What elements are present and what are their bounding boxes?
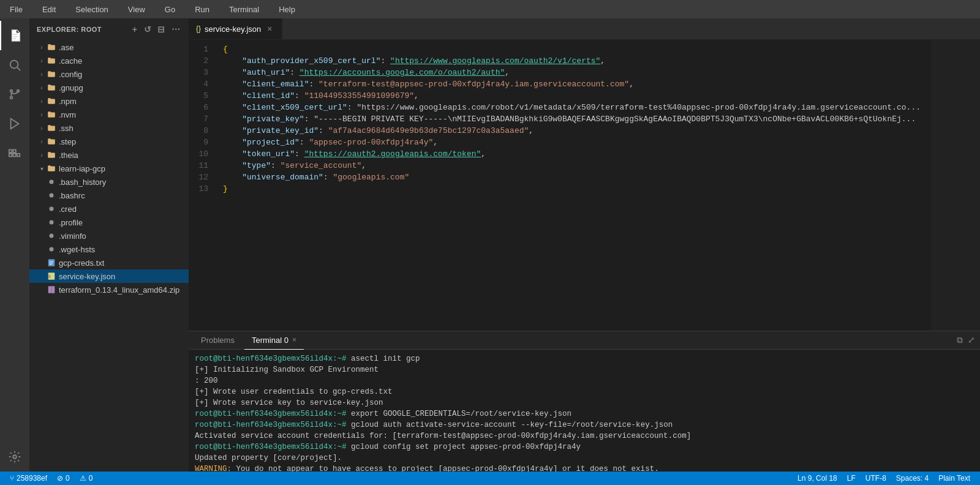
line-ending-status[interactable]: LF — [842, 472, 861, 485]
tree-item-label: .wget-hsts — [59, 245, 95, 254]
new-file-icon[interactable]: + — [131, 23, 139, 36]
tree-item--nvm[interactable]: ›.nvm — [29, 108, 189, 121]
sidebar: EXPLORER: ROOT + ↺ ⊟ ⋯ ›.ase›.cache›.con… — [29, 18, 189, 472]
app-menu-view[interactable]: View — [124, 4, 149, 15]
tree-item-service-key-json[interactable]: {}service-key.json — [29, 269, 189, 283]
refresh-icon[interactable]: ↺ — [143, 23, 153, 36]
svg-rect-2 — [13, 39, 16, 39]
app-menu-selection[interactable]: Selection — [72, 4, 111, 15]
svg-rect-22 — [50, 261, 54, 262]
app-menu-run[interactable]: Run — [191, 4, 213, 15]
app-menu-file[interactable]: File — [6, 4, 26, 15]
search-activity-icon[interactable] — [0, 50, 29, 80]
more-actions-icon[interactable]: ⋯ — [170, 23, 182, 36]
panel-maximize-icon[interactable]: ⤢ — [968, 335, 975, 345]
tree-item--cache[interactable]: ›.cache — [29, 54, 189, 67]
terminal-close-icon[interactable]: × — [292, 336, 296, 344]
code-editor[interactable]: 12345678910111213 { "auth_provider_x509_… — [189, 40, 980, 331]
line-number: 9 — [195, 137, 208, 148]
app-menu-terminal[interactable]: Terminal — [225, 4, 263, 15]
code-line: "client_email": "terraform-test@appsec-p… — [223, 78, 931, 90]
app-menu-help[interactable]: Help — [275, 4, 299, 15]
extensions-activity-icon[interactable] — [0, 138, 29, 168]
tree-item-label: .viminfo — [59, 231, 86, 241]
app-menu-go[interactable]: Go — [161, 4, 179, 15]
cursor-position-status[interactable]: Ln 9, Col 18 — [793, 472, 842, 485]
line-number: 8 — [195, 125, 208, 137]
tree-item-terraform-0-13-4-linux-amd64-zip[interactable]: terraform_0.13.4_linux_amd64.zip — [29, 283, 189, 296]
file-icon — [47, 190, 56, 200]
problems-label: Problems — [201, 336, 235, 345]
panel-split-icon[interactable]: ⧉ — [957, 335, 963, 345]
terminal-line: root@bti-henf634e3gbemx56ild4x:~# gcloud… — [195, 419, 974, 430]
tree-item-label: .bash_history — [59, 178, 106, 187]
encoding-label: UTF-8 — [865, 474, 886, 483]
folder-arrow-icon: › — [37, 137, 47, 146]
git-branch-label: 258938ef — [17, 474, 47, 483]
svg-text:{}: {} — [48, 275, 51, 278]
line-number: 13 — [195, 183, 208, 195]
language-mode-label: Plain Text — [938, 474, 970, 483]
svg-rect-1 — [13, 36, 17, 37]
file-tree: ›.ase›.cache›.config›.gnupg›.npm›.nvm›.s… — [29, 40, 189, 472]
explorer-activity-icon[interactable] — [0, 21, 29, 50]
tree-item-label: .theia — [59, 151, 78, 160]
tree-item--step[interactable]: ›.step — [29, 135, 189, 148]
tree-item--ssh[interactable]: ›.ssh — [29, 121, 189, 135]
tab-close-button[interactable]: × — [265, 24, 274, 34]
line-number: 5 — [195, 90, 208, 102]
terminal-line: : 200 — [195, 375, 974, 386]
source-control-activity-icon[interactable] — [0, 80, 29, 109]
warnings-status[interactable]: ⚠ 0 — [75, 472, 98, 485]
tree-item--ase[interactable]: ›.ase — [29, 40, 189, 54]
errors-status[interactable]: ⊘ 0 — [52, 472, 75, 485]
terminal-command: asectl init gcp — [347, 355, 420, 363]
encoding-status[interactable]: UTF-8 — [861, 472, 891, 485]
tree-item--wget-hsts[interactable]: .wget-hsts — [29, 242, 189, 256]
svg-rect-28 — [51, 286, 52, 293]
warning-count: 0 — [89, 474, 93, 483]
tree-item--config[interactable]: ›.config — [29, 67, 189, 81]
terminal-line: Updated property [core/project]. — [195, 453, 974, 464]
svg-point-6 — [10, 97, 13, 99]
folder-icon — [47, 137, 56, 146]
collapse-icon[interactable]: ⊟ — [156, 23, 167, 36]
tree-item--bashrc[interactable]: .bashrc — [29, 189, 189, 202]
run-activity-icon[interactable] — [0, 109, 29, 138]
git-branch-status[interactable]: ⑂ 258938ef — [5, 472, 52, 485]
tree-item-gcp-creds-txt[interactable]: gcp-creds.txt — [29, 256, 189, 269]
tree-item--profile[interactable]: .profile — [29, 216, 189, 229]
file-icon: {} — [47, 271, 56, 281]
code-line: "private_key_id": "af7a4ac9684d649e9b63d… — [223, 125, 931, 137]
language-mode-status[interactable]: Plain Text — [933, 472, 975, 485]
app-menu-edit[interactable]: Edit — [39, 4, 59, 15]
tree-item--viminfo[interactable]: .viminfo — [29, 229, 189, 242]
terminal-line: WARNING: You do not appear to have acces… — [195, 464, 974, 472]
terminal-output-text: Activated service account credentials fo… — [195, 432, 691, 440]
tree-item--npm[interactable]: ›.npm — [29, 94, 189, 108]
panel-tab-terminal[interactable]: Terminal 0 × — [244, 331, 304, 350]
terminal-output-text: Updated property [core/project]. — [195, 454, 342, 462]
folder-icon — [47, 164, 56, 173]
tree-item-learn-iap-gcp[interactable]: ▾learn-iap-gcp — [29, 162, 189, 175]
editor-tab-service-key[interactable]: {} service-key.json × — [189, 18, 282, 39]
svg-rect-11 — [17, 154, 20, 157]
svg-rect-0 — [13, 34, 17, 34]
line-number: 12 — [195, 171, 208, 183]
tree-item--theia[interactable]: ›.theia — [29, 148, 189, 162]
indentation-status[interactable]: Spaces: 4 — [891, 472, 933, 485]
terminal-output[interactable]: root@bti-henf634e3gbemx56ild4x:~# asectl… — [189, 350, 980, 472]
folder-arrow-icon: › — [37, 150, 47, 160]
folder-icon — [47, 150, 56, 160]
folder-arrow-icon: › — [37, 69, 47, 79]
folder-arrow-icon: › — [37, 96, 47, 106]
terminal-output-text: [+] Wrote service key to service-key.jso… — [195, 399, 383, 407]
panel-tab-problems[interactable]: Problems — [194, 331, 242, 350]
tree-item--bash-history[interactable]: .bash_history — [29, 175, 189, 189]
settings-activity-icon[interactable] — [0, 442, 29, 472]
tree-item--cred[interactable]: .cred — [29, 202, 189, 216]
folder-arrow-icon: › — [37, 83, 47, 92]
file-icon — [47, 258, 56, 268]
tree-item--gnupg[interactable]: ›.gnupg — [29, 81, 189, 94]
tab-label: service-key.json — [205, 24, 261, 34]
